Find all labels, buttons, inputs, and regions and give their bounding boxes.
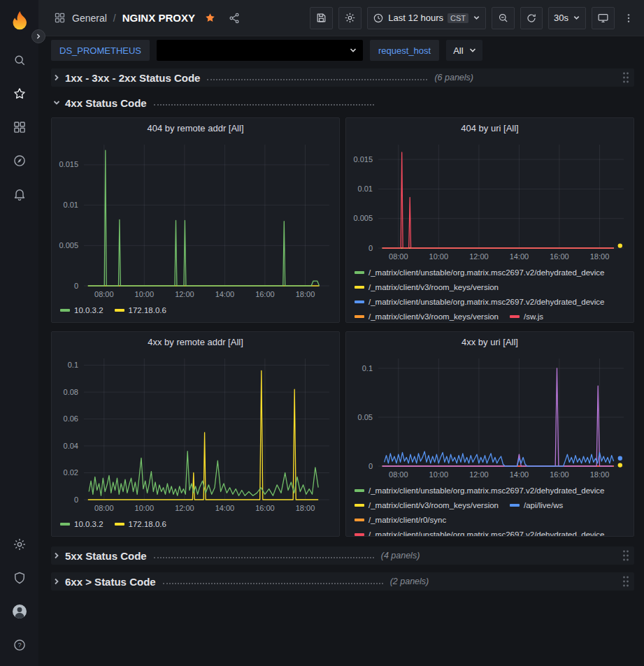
save-dashboard-button[interactable] xyxy=(310,7,333,29)
legend-label: 172.18.0.6 xyxy=(129,520,166,528)
sidebar-item-profile[interactable] xyxy=(6,598,34,625)
bell-icon xyxy=(13,187,27,201)
svg-text:12:00: 12:00 xyxy=(175,290,194,298)
svg-text:12:00: 12:00 xyxy=(469,252,489,261)
sidebar-item-dashboards[interactable] xyxy=(6,113,34,141)
compass-icon xyxy=(13,154,27,168)
svg-text:0.05: 0.05 xyxy=(358,413,373,421)
legend-item[interactable]: /_matrix/client/v3/room_keys/version xyxy=(355,309,499,322)
legend-item[interactable]: /_matrix/client/unstable/org.matrix.msc2… xyxy=(355,294,605,309)
panel-title[interactable]: 4xx by remote addr [All] xyxy=(52,332,339,352)
svg-text:08:00: 08:00 xyxy=(389,252,408,261)
sidebar-item-explore[interactable] xyxy=(6,147,34,175)
svg-text:16:00: 16:00 xyxy=(255,504,275,512)
row-panel-count: (2 panels) xyxy=(390,577,429,586)
share-button[interactable] xyxy=(225,9,243,27)
legend-item[interactable]: /_matrix/client/unstable/org.matrix.msc2… xyxy=(355,265,605,280)
star-filled-icon xyxy=(204,12,216,24)
legend-swatch xyxy=(510,315,520,318)
breadcrumb-section[interactable]: General xyxy=(72,13,107,24)
legend-item[interactable]: 172.18.0.6 xyxy=(115,516,166,531)
sidebar: ? xyxy=(0,0,38,666)
legend-label: /_matrix/client/unstable/org.matrix.msc2… xyxy=(368,530,605,537)
legend-item[interactable]: /_matrix/client/v3/room_keys/version xyxy=(355,498,499,512)
chevron-down-icon xyxy=(473,14,480,22)
row-dotted-leader xyxy=(154,557,374,558)
legend-item[interactable]: 10.0.3.2 xyxy=(60,516,103,531)
svg-text:08:00: 08:00 xyxy=(389,470,408,479)
legend-item[interactable]: 172.18.0.6 xyxy=(115,303,166,317)
zoom-out-icon xyxy=(497,12,509,24)
row-drag-handle[interactable] xyxy=(620,574,631,589)
row-title: 6xx > Status Code xyxy=(65,576,156,588)
row-title: 4xx Status Code xyxy=(65,97,147,109)
sidebar-item-search[interactable] xyxy=(6,46,34,74)
panel-404-by-uri: 404 by uri [All] 00.0050.010.01508:0010:… xyxy=(345,117,634,323)
refresh-interval-picker[interactable]: 30s xyxy=(548,7,586,29)
legend-item[interactable]: 10.0.3.2 xyxy=(60,303,103,317)
request-host-variable-label[interactable]: request_host xyxy=(370,40,439,61)
legend-swatch xyxy=(60,523,70,526)
panel-legend: /_matrix/client/unstable/org.matrix.msc2… xyxy=(346,482,634,536)
zoom-out-button[interactable] xyxy=(492,7,515,29)
legend-item[interactable]: /sw.js xyxy=(510,309,543,322)
panel-title[interactable]: 4xx by uri [All] xyxy=(346,332,634,352)
legend-item[interactable]: /_matrix/client/unstable/org.matrix.msc2… xyxy=(355,483,605,498)
share-icon xyxy=(228,12,241,24)
chevron-right-icon xyxy=(52,577,61,586)
legend-swatch xyxy=(355,533,364,536)
chevron-right-icon xyxy=(52,73,61,82)
clock-icon xyxy=(373,13,384,24)
grafana-logo[interactable] xyxy=(8,8,31,32)
row-drag-handle[interactable] xyxy=(620,548,631,563)
kebab-menu-button[interactable] xyxy=(620,10,637,27)
chevron-right-icon xyxy=(35,33,42,40)
datasource-variable-select[interactable] xyxy=(157,40,363,61)
main-area: General / NGINX PROXY La xyxy=(38,0,644,666)
avatar xyxy=(11,603,28,620)
row-header-5xx[interactable]: 5xx Status Code (4 panels) xyxy=(51,546,634,565)
panel-title[interactable]: 404 by uri [All] xyxy=(346,118,634,138)
row-dotted-leader xyxy=(163,583,383,584)
sidebar-expand-toggle[interactable] xyxy=(31,29,45,43)
chevron-down-icon xyxy=(468,46,477,55)
panel-title[interactable]: 404 by remote addr [All] xyxy=(52,118,339,138)
row-header-6xx[interactable]: 6xx > Status Code (2 panels) xyxy=(51,572,634,591)
svg-text:0.1: 0.1 xyxy=(68,361,78,369)
legend-swatch xyxy=(510,504,520,507)
svg-text:0.06: 0.06 xyxy=(64,414,78,423)
sidebar-item-starred[interactable] xyxy=(6,80,34,108)
row-drag-handle[interactable] xyxy=(620,70,631,85)
row-header-1xx-3xx-2xx[interactable]: 1xx - 3xx - 2xx Status Code (6 panels) xyxy=(51,68,634,87)
svg-text:0.1: 0.1 xyxy=(362,364,373,372)
svg-text:14:00: 14:00 xyxy=(510,252,529,261)
panel-chart[interactable]: 00.0050.010.01508:0010:0012:0014:0016:00… xyxy=(52,138,339,301)
favorite-star-button[interactable] xyxy=(201,9,219,27)
time-range-picker[interactable]: Last 12 hours CST xyxy=(367,7,486,29)
sidebar-item-server-admin[interactable] xyxy=(6,564,34,592)
legend-item[interactable]: /api/live/ws xyxy=(510,498,563,512)
datasource-variable-label[interactable]: DS_PROMETHEUS xyxy=(51,40,150,61)
refresh-button[interactable] xyxy=(520,7,543,29)
tv-mode-button[interactable] xyxy=(592,7,615,29)
panel-chart[interactable]: 00.0050.010.01508:0010:0012:0014:0016:00… xyxy=(346,138,634,263)
svg-text:08:00: 08:00 xyxy=(94,290,114,298)
legend-label: 10.0.3.2 xyxy=(74,306,103,314)
panel-chart[interactable]: 00.020.040.060.080.108:0010:0012:0014:00… xyxy=(52,352,339,515)
dashboard-content: 1xx - 3xx - 2xx Status Code (6 panels) 4… xyxy=(38,64,644,666)
sidebar-item-alerting[interactable] xyxy=(6,180,34,208)
sidebar-item-admin-settings[interactable] xyxy=(6,530,34,558)
svg-text:16:00: 16:00 xyxy=(255,290,275,298)
panel-chart[interactable]: 00.050.108:0010:0012:0014:0016:0018:00 xyxy=(346,352,634,482)
legend-item[interactable]: /_matrix/client/v3/room_keys/version xyxy=(355,280,499,294)
request-host-variable-select[interactable]: All xyxy=(446,40,482,61)
legend-item[interactable]: /_matrix/client/r0/sync xyxy=(355,512,446,527)
svg-text:0: 0 xyxy=(368,244,373,252)
legend-swatch xyxy=(60,309,70,312)
dashboard-settings-button[interactable] xyxy=(338,7,362,29)
legend-label: 10.0.3.2 xyxy=(74,520,103,528)
legend-item[interactable]: /_matrix/client/unstable/org.matrix.msc2… xyxy=(355,527,605,536)
svg-text:0.08: 0.08 xyxy=(64,388,78,396)
sidebar-item-help[interactable]: ? xyxy=(6,631,34,659)
row-header-4xx[interactable]: 4xx Status Code xyxy=(51,94,634,112)
